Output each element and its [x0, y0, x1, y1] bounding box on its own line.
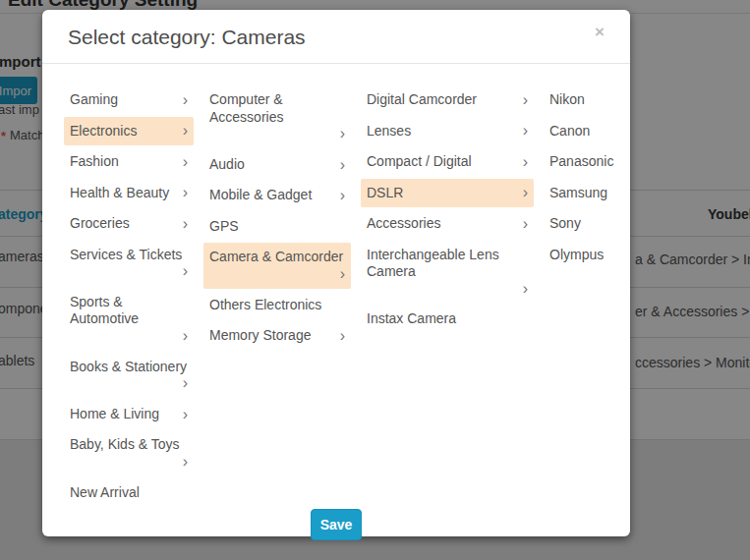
category-item-sony[interactable]: Sony [544, 209, 608, 239]
chevron-right-icon: › [519, 216, 528, 233]
chevron-right-icon: › [179, 185, 188, 201]
chevron-right-icon: › [179, 154, 188, 171]
chevron-right-icon: › [179, 454, 188, 471]
category-item-gps[interactable]: GPS [203, 212, 351, 242]
chevron-right-icon: › [519, 92, 528, 109]
chevron-right-icon: › [336, 188, 345, 204]
modal-header: Select category: Cameras × [42, 10, 630, 64]
category-item-audio[interactable]: Audio› [203, 150, 351, 180]
chevron-right-icon: › [179, 328, 188, 345]
chevron-right-icon: › [519, 123, 528, 140]
chevron-right-icon: › [519, 281, 528, 298]
category-item-memory-storage[interactable]: Memory Storage› [203, 321, 351, 351]
category-column-2: Computer & Accessories› Audio› Mobile & … [203, 85, 351, 509]
category-item-instax-camera[interactable]: Instax Camera [361, 305, 534, 334]
category-item-computer-accessories[interactable]: Computer & Accessories› [203, 85, 351, 148]
category-item-gaming[interactable]: Gaming› [64, 85, 194, 115]
category-item-olympus[interactable]: Olympus [544, 241, 608, 270]
category-item-samsung[interactable]: Samsung [544, 179, 608, 208]
category-item-panasonic[interactable]: Panasonic [544, 147, 608, 177]
category-item-compact-digital[interactable]: Compact / Digital› [361, 147, 534, 177]
category-item-electronics[interactable]: Electronics› [64, 117, 194, 146]
category-item-services-tickets[interactable]: Services & Tickets› [64, 241, 194, 286]
category-item-camera-camcorder[interactable]: Camera & Camcorder› [203, 243, 351, 288]
chevron-right-icon: › [336, 157, 345, 174]
category-item-interchangeable-lens-camera[interactable]: Interchangeable Lens Camera› [361, 241, 534, 304]
close-icon[interactable]: × [589, 23, 610, 41]
category-item-home-living[interactable]: Home & Living› [64, 400, 194, 429]
chevron-right-icon: › [519, 185, 528, 201]
category-item-accessories[interactable]: Accessories› [361, 209, 534, 239]
chevron-right-icon: › [519, 154, 528, 171]
category-item-books-stationery[interactable]: Books & Stationery› [64, 353, 194, 398]
chevron-right-icon: › [336, 126, 345, 142]
category-column-4: Nikon Canon Panasonic Samsung Sony Olymp… [544, 85, 608, 509]
select-category-modal: Select category: Cameras × Gaming› Elect… [42, 10, 630, 536]
category-item-canon[interactable]: Canon [544, 117, 608, 146]
category-item-health-beauty[interactable]: Health & Beauty› [64, 179, 194, 208]
category-item-others-electronics[interactable]: Others Electronics [203, 291, 351, 320]
modal-footer: Save [42, 509, 630, 556]
category-item-nikon[interactable]: Nikon [544, 85, 608, 115]
category-column-1: Gaming› Electronics› Fashion› Health & B… [64, 85, 194, 509]
category-item-dslr[interactable]: DSLR› [361, 179, 534, 208]
chevron-right-icon: › [179, 123, 188, 140]
category-item-sports-automotive[interactable]: Sports & Automotive› [64, 288, 194, 351]
chevron-right-icon: › [179, 216, 188, 233]
chevron-right-icon: › [336, 328, 345, 345]
chevron-right-icon: › [336, 266, 345, 283]
chevron-right-icon: › [179, 92, 188, 109]
chevron-right-icon: › [179, 407, 188, 423]
category-column-3: Digital Camcorder› Lenses› Compact / Dig… [361, 85, 534, 509]
save-button[interactable]: Save [311, 509, 363, 540]
category-item-baby-kids-toys[interactable]: Baby, Kids & Toys› [64, 430, 194, 476]
chevron-right-icon: › [179, 263, 188, 280]
category-item-groceries[interactable]: Groceries› [64, 209, 194, 239]
category-item-lenses[interactable]: Lenses› [361, 117, 534, 146]
modal-title: Select category: Cameras [68, 26, 306, 48]
chevron-right-icon: › [179, 375, 188, 392]
category-item-mobile-gadget[interactable]: Mobile & Gadget› [203, 181, 351, 210]
category-item-digital-camcorder[interactable]: Digital Camcorder› [361, 85, 534, 115]
category-picker: Gaming› Electronics› Fashion› Health & B… [42, 64, 630, 509]
category-item-new-arrival[interactable]: New Arrival [64, 478, 194, 508]
category-item-fashion[interactable]: Fashion› [64, 147, 194, 177]
